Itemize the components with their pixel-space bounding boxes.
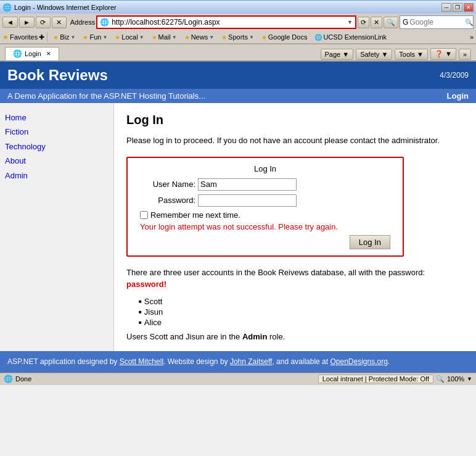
page-menu-button[interactable]: Page ▼ xyxy=(321,49,354,60)
admin-note-text2: role. xyxy=(267,332,285,341)
status-bar: 🌐 Done Local intranet | Protected Mode: … xyxy=(0,373,476,385)
fav-news[interactable]: ★ News ▼ xyxy=(181,32,217,42)
ucsd-icon: 🌐 xyxy=(314,34,322,41)
fav-fun[interactable]: ★ Fun ▼ xyxy=(80,32,110,42)
remember-checkbox[interactable] xyxy=(140,211,148,219)
search-input[interactable] xyxy=(409,18,465,27)
address-input[interactable] xyxy=(112,18,347,27)
remember-row: Remember me next time. xyxy=(134,210,396,220)
refresh-button[interactable]: ⟳ xyxy=(36,17,51,28)
login-box-title: Log In xyxy=(134,164,396,173)
address-dropdown-icon[interactable]: ▼ xyxy=(347,19,353,25)
footer-text2: . Website design by xyxy=(163,357,230,366)
password-highlight: password! xyxy=(126,280,166,289)
fav-google-docs[interactable]: ★ Google Docs xyxy=(258,32,311,42)
sports-icon: ★ xyxy=(221,34,227,41)
forward-button[interactable]: ► xyxy=(19,17,35,28)
login-submit-button[interactable]: Log In xyxy=(350,235,390,249)
sidebar-item-about[interactable]: About xyxy=(5,154,109,168)
error-message: Your login attempt was not successful. P… xyxy=(134,222,396,231)
fav-google-docs-label: Google Docs xyxy=(268,33,308,41)
add-favorites-icon[interactable]: ✚ xyxy=(39,33,44,41)
help-menu-button[interactable]: ❓ ▼ xyxy=(430,48,456,60)
tagline: A Demo Application for the ASP.NET Hosti… xyxy=(7,91,205,101)
sidebar-item-admin[interactable]: Admin xyxy=(5,168,109,183)
fun-icon: ★ xyxy=(83,34,88,41)
status-zone: Local intranet | Protected Mode: Off xyxy=(318,375,433,383)
tools-menu-button[interactable]: Tools ▼ xyxy=(395,49,428,60)
tab-cmd-area: 🌐 Login ✕ Page ▼ Safety ▼ Tools ▼ ❓ ▼ » xyxy=(0,44,476,60)
ie-icon: 🌐 xyxy=(2,3,12,12)
fav-mail[interactable]: ★ Mail ▼ xyxy=(149,32,180,42)
login-box: Log In User Name: Password: Remember me … xyxy=(126,157,404,257)
fav-more-icon[interactable]: » xyxy=(470,33,474,41)
fav-fun-label: Fun xyxy=(89,33,101,41)
sidebar-item-fiction[interactable]: Fiction xyxy=(5,125,109,139)
fav-mail-label: Mail xyxy=(158,33,171,41)
zoom-dropdown-icon[interactable]: ▼ xyxy=(467,376,472,382)
tab-close-icon[interactable]: ✕ xyxy=(46,51,51,57)
safety-menu-button[interactable]: Safety ▼ xyxy=(356,49,392,60)
cmd-bar: Page ▼ Safety ▼ Tools ▼ ❓ ▼ » xyxy=(318,48,474,60)
page-heading: Log In xyxy=(126,113,464,127)
minimize-button[interactable]: ─ xyxy=(441,3,451,12)
favorites-bar: ★ Favorites ✚ ★ Biz ▼ ★ Fun ▼ ★ Local ▼ … xyxy=(0,31,476,44)
window-title: Login - Windows Internet Explorer xyxy=(14,4,117,11)
favorites-label: Favorites xyxy=(10,33,38,41)
more-tools-button[interactable]: » xyxy=(459,49,471,60)
password-label: Password: xyxy=(134,196,195,205)
title-bar-controls: ─ ❐ ✕ xyxy=(441,3,474,12)
footer-author2-link[interactable]: John Zaitseff xyxy=(230,357,272,366)
news-icon: ★ xyxy=(184,34,190,41)
close-button[interactable]: ✕ xyxy=(464,3,474,12)
fav-sports[interactable]: ★ Sports ▼ xyxy=(218,32,257,42)
status-left: 🌐 Done xyxy=(4,375,31,383)
info-paragraph: There are three user accounts in the Boo… xyxy=(126,267,464,291)
search-web-button[interactable]: 🔍 xyxy=(384,17,398,28)
password-input[interactable] xyxy=(198,194,297,207)
content-area: Log In Please log in to proceed. If you … xyxy=(114,103,476,351)
info-text-1: There are three user accounts in the Boo… xyxy=(126,268,425,277)
sidebar-item-technology[interactable]: Technology xyxy=(5,139,109,154)
ie-ready-icon: 🌐 xyxy=(4,375,13,383)
login-tab[interactable]: 🌐 Login ✕ xyxy=(5,47,59,60)
news-dropdown-icon: ▼ xyxy=(209,35,214,40)
biz-dropdown-icon: ▼ xyxy=(71,35,76,40)
fav-local-label: Local xyxy=(121,33,137,41)
fav-ucsd-label: UCSD ExtensionLink xyxy=(323,33,387,41)
fav-separator-1 xyxy=(47,32,47,42)
search-bar[interactable]: G 🔍 xyxy=(400,15,474,29)
stop-button[interactable]: ✕ xyxy=(52,17,67,28)
user-alice: Alice xyxy=(139,318,464,327)
tab-label: Login xyxy=(25,50,41,57)
tab-bar: 🌐 Login ✕ xyxy=(2,44,62,60)
password-row: Password: xyxy=(134,194,396,207)
sidebar-nav: Home Fiction Technology About Admin xyxy=(5,110,109,183)
stop-loading-button[interactable]: ✕ xyxy=(371,17,382,28)
username-input[interactable] xyxy=(198,178,297,191)
ie-page-icon: 🌐 xyxy=(100,18,109,27)
search-go-icon[interactable]: 🔍 xyxy=(465,19,474,27)
footer-author1-link[interactable]: Scott Mitchell xyxy=(120,357,163,366)
status-right: Local intranet | Protected Mode: Off 🔍 1… xyxy=(318,375,472,383)
fav-ucsd[interactable]: 🌐 UCSD ExtensionLink xyxy=(311,32,390,42)
admin-role-bold: Admin xyxy=(242,332,267,341)
fav-local[interactable]: ★ Local ▼ xyxy=(112,32,147,42)
sidebar-item-home[interactable]: Home xyxy=(5,110,109,125)
fav-biz[interactable]: ★ Biz ▼ xyxy=(50,32,78,42)
refresh-page-button[interactable]: ⟳ xyxy=(358,17,369,28)
fav-biz-label: Biz xyxy=(60,33,69,41)
footer-site-link[interactable]: OpenDesigns.org xyxy=(330,357,387,366)
restore-button[interactable]: ❐ xyxy=(453,3,462,12)
back-button[interactable]: ◄ xyxy=(2,17,18,28)
site-header: Book Reviews 4/3/2009 xyxy=(0,62,476,89)
page-wrapper: Book Reviews 4/3/2009 A Demo Application… xyxy=(0,62,476,373)
site-date: 4/3/2009 xyxy=(440,71,469,80)
biz-icon: ★ xyxy=(53,34,59,41)
remember-label: Remember me next time. xyxy=(150,210,240,220)
login-header-link[interactable]: Login xyxy=(447,91,469,101)
address-bar[interactable]: 🌐 ▼ xyxy=(96,15,356,29)
footer-text4: . xyxy=(388,357,390,366)
fav-news-label: News xyxy=(191,33,208,41)
footer-text3: , and available at xyxy=(272,357,330,366)
